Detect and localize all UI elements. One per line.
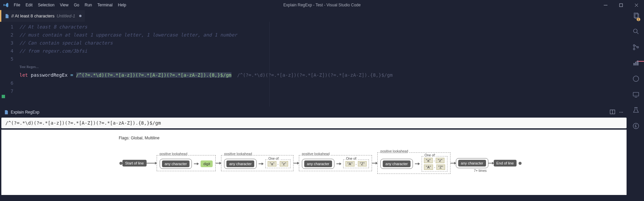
oneof-label: One of: <box>268 157 280 160</box>
keyword-let: let <box>19 72 28 78</box>
node-oneof: One of: "A"-"Z" <box>343 159 369 168</box>
editor-split-divider[interactable] <box>269 22 270 107</box>
char-z: "z" <box>436 158 444 163</box>
node-lookahead: positive lookahead any character digit <box>157 155 216 171</box>
vscode-icon <box>3 2 9 8</box>
node-any-loop: any character <box>224 159 257 169</box>
file-icon <box>5 14 9 18</box>
remote-icon[interactable] <box>632 91 640 99</box>
rail-arrow <box>336 163 341 164</box>
menu-go[interactable]: Go <box>71 2 82 8</box>
close-button[interactable] <box>629 0 644 10</box>
panel-tab-explain[interactable]: Explain RegExp <box>0 110 43 115</box>
node-any: any character <box>383 160 411 167</box>
node-any: any character <box>458 160 486 166</box>
maximize-button[interactable] <box>613 0 629 10</box>
node-lookahead: positive lookahead any character One of:… <box>299 155 372 171</box>
char-Z: "Z" <box>436 164 445 170</box>
menu-selection[interactable]: Selection <box>36 2 57 8</box>
code-comment: // from regexr.com/3bfsi <box>19 48 87 54</box>
menu-run[interactable]: Run <box>82 2 94 8</box>
oneof-label: One of: <box>345 157 358 160</box>
flags-label: Flags: Global, Multiline <box>119 136 159 140</box>
svg-rect-1 <box>620 4 623 7</box>
gutter: 1 2 3 4 5 6 7 <box>0 22 19 107</box>
rail-arrow <box>450 163 456 163</box>
rail-arrow <box>415 163 420 164</box>
title-bar: File Edit Selection View Go Run Terminal… <box>0 0 644 10</box>
rail-arrow <box>194 163 199 164</box>
rail-arrow <box>147 163 157 163</box>
operator: = <box>67 72 76 78</box>
node-any-times: any character 7+ times <box>456 158 488 168</box>
beaker-icon[interactable] <box>632 107 640 115</box>
line-number: 3 <box>0 39 13 47</box>
codelens-test-regex[interactable]: Test Regex... <box>19 63 39 71</box>
files-icon[interactable]: 1 <box>632 12 640 20</box>
menu-terminal[interactable]: Terminal <box>95 2 115 8</box>
node-oneof: One of: "a"-"z" "A"-"Z" <box>422 156 447 172</box>
node-start-of-line: Start of line <box>122 160 147 166</box>
line-number: 2 <box>0 31 13 39</box>
code-area[interactable]: // At least 8 characters // must contain… <box>19 22 628 107</box>
gutter-marker <box>2 95 5 98</box>
line-number: 1 <box>0 23 13 31</box>
lookahead-label: positive lookahead <box>380 149 409 153</box>
node-any: any character <box>226 160 254 167</box>
minimize-button[interactable] <box>598 0 613 10</box>
more-icon[interactable]: ⋯ <box>619 110 623 115</box>
rail-start-dot <box>119 162 122 165</box>
railroad: Start of line positive lookahead any cha… <box>119 152 522 174</box>
svg-rect-12 <box>633 92 639 96</box>
layout-icon[interactable] <box>610 109 615 116</box>
editor[interactable]: 1 2 3 4 5 6 7 // At least 8 characters /… <box>0 22 628 107</box>
svg-point-4 <box>634 29 637 33</box>
bolt-icon[interactable] <box>632 122 640 131</box>
line-number: 6 <box>0 79 13 87</box>
panel-tab-label: Explain RegExp <box>11 110 39 115</box>
node-any: any character <box>304 160 332 167</box>
char-z: "z" <box>280 161 288 166</box>
node-oneof: One of: "a"-"z" <box>265 159 290 168</box>
node-end-of-line: End of line <box>494 160 517 166</box>
lookahead-label: positive lookahead <box>301 152 330 156</box>
regex-expression: /^(?=.*\d)(?=.*[a-z])(?=.*[A-Z])(?=.*[a-… <box>1 118 627 128</box>
activity-bar: 1 <box>628 10 644 201</box>
regex-overlay: /^(?=.*\d)(?=.*[a-z])(?=.*[A-Z])(?=.*[a-… <box>237 72 393 78</box>
node-any: any character <box>162 160 190 167</box>
window-title: Explain RegExp - Test - Visual Studio Co… <box>283 3 361 7</box>
lookahead-label: positive lookahead <box>223 152 253 156</box>
tab-dirty-dot <box>79 15 82 17</box>
char-Z: "Z" <box>358 161 367 166</box>
line-number: 7 <box>0 87 13 95</box>
node-any-loop: any character <box>160 159 192 169</box>
regex-literal: /^(?=.*\d)(?=.*[a-z])(?=.*[A-Z])(?=.*[a-… <box>76 72 232 78</box>
regex-diagram[interactable]: Flags: Global, Multiline Start of line p… <box>1 130 627 195</box>
search-icon[interactable] <box>632 28 640 36</box>
svg-rect-8 <box>634 63 635 65</box>
menu-file[interactable]: File <box>11 2 22 8</box>
tab-label: // At least 8 characters <box>11 13 55 18</box>
editor-tab[interactable]: // At least 8 characters Untitled-1 <box>1 10 85 22</box>
main-area: 1 2 3 4 5 6 7 // At least 8 characters /… <box>0 22 628 201</box>
rail-arrow <box>259 163 263 164</box>
node-any-loop: any character <box>302 159 334 169</box>
svg-point-11 <box>633 76 639 82</box>
char-a: "a" <box>424 158 433 163</box>
editor-tabs: // At least 8 characters Untitled-1 ⋯ <box>0 10 644 22</box>
window-controls <box>598 0 644 10</box>
menu-view[interactable]: View <box>57 2 71 8</box>
source-control-icon[interactable] <box>632 44 640 52</box>
svg-point-13 <box>633 123 639 129</box>
chart-icon[interactable] <box>632 59 640 68</box>
line-number: 5 <box>0 55 13 63</box>
github-icon[interactable] <box>632 75 640 83</box>
menu-help[interactable]: Help <box>116 2 129 8</box>
menu-bar: File Edit Selection View Go Run Terminal… <box>11 2 128 8</box>
identifier: passwordRegEx <box>31 72 68 78</box>
menu-edit[interactable]: Edit <box>23 2 35 8</box>
node-any-loop: any character <box>380 159 413 169</box>
node-digit: digit <box>201 160 213 167</box>
svg-rect-10 <box>637 61 639 66</box>
code-comment: // must contain at least 1 uppercase let… <box>19 32 237 38</box>
